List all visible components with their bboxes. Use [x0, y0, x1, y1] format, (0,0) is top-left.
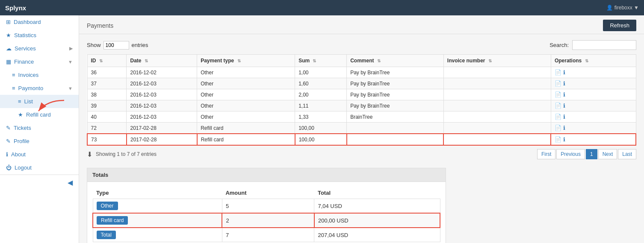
sidebar-item-label: Dashboard [14, 19, 41, 25]
cell-date: 2016-12-03 [127, 111, 197, 123]
app-title: Splynx [5, 4, 26, 12]
sidebar-item-refill-card[interactable]: ★ Refill card [0, 108, 79, 121]
cell-sum: 100,00 [295, 134, 347, 145]
sidebar-item-invoices[interactable]: ≡ Invoices [0, 68, 79, 82]
cell-sum: 2,00 [295, 89, 347, 100]
sidebar-item-payments[interactable]: ≡ Paymonto ▼ [0, 82, 79, 95]
sort-icon-ops[interactable]: ⇅ [585, 59, 588, 63]
sort-icon-sum[interactable]: ⇅ [313, 59, 316, 63]
cell-operations: 📄 ℹ [551, 111, 636, 123]
sidebar-item-label: Paymonto [18, 85, 44, 91]
page-btn-previous[interactable]: Previous [556, 149, 585, 159]
sidebar-item-label: Statistics [14, 32, 36, 38]
cell-invoice [443, 78, 551, 89]
sidebar-item-finance[interactable]: ▦ Finance ▼ [0, 55, 79, 68]
cell-invoice [443, 134, 551, 145]
sort-icon-invoice[interactable]: ⇅ [488, 59, 492, 63]
page-btn-1[interactable]: 1 [586, 149, 597, 159]
cell-id: 37 [87, 78, 127, 89]
cell-sum: 1,00 [295, 67, 347, 78]
invoices-icon: ≡ [12, 72, 15, 78]
info-icon[interactable]: ℹ [563, 69, 565, 76]
totals-cell-amount: 2 [222, 213, 314, 228]
sidebar-item-services[interactable]: ☁ Services ▶ [0, 42, 79, 55]
cell-id: 72 [87, 123, 127, 134]
info-icon[interactable]: ℹ [563, 114, 565, 120]
info-icon[interactable]: ℹ [563, 125, 565, 131]
info-icon[interactable]: ℹ [563, 136, 565, 143]
sort-icon-type[interactable]: ⇅ [237, 59, 241, 63]
table-row: 40 2016-12-03 Other 1,33 BrainTree 📄 ℹ [87, 111, 636, 123]
table-row: 72 2017-02-28 Refill card 100,00 📄 ℹ [87, 123, 636, 134]
cell-id: 38 [87, 89, 127, 100]
show-label: Show [87, 42, 101, 48]
document-icon[interactable]: 📄 [555, 102, 561, 109]
sidebar-item-label: About [11, 151, 26, 158]
cell-id: 39 [87, 100, 127, 111]
document-icon[interactable]: 📄 [555, 91, 561, 98]
document-icon[interactable]: 📄 [555, 80, 561, 87]
cell-id: 40 [87, 111, 127, 123]
refresh-button[interactable]: Refresh [603, 20, 636, 31]
totals-cell-type: Refill card [93, 213, 222, 228]
cell-id: 73 [87, 134, 127, 145]
sidebar-item-label: Refill card [26, 111, 51, 118]
cell-operations: 📄 ℹ [551, 123, 636, 134]
cell-payment-type: Other [197, 89, 295, 100]
type-badge: Total [97, 231, 116, 239]
document-icon[interactable]: 📄 [555, 114, 561, 120]
sort-icon-comment[interactable]: ⇅ [377, 59, 381, 63]
sort-icon-date[interactable]: ⇅ [145, 59, 148, 63]
dashboard-icon: ⊞ [6, 19, 11, 25]
cell-operations: 📄 ℹ [551, 100, 636, 111]
sidebar-item-list[interactable]: ≡ List [0, 95, 79, 108]
document-icon[interactable]: 📄 [555, 136, 561, 143]
cell-date: 2016-12-03 [127, 89, 197, 100]
user-menu[interactable]: 👤 fireboxx ▼ [606, 5, 639, 11]
info-icon[interactable]: ℹ [563, 102, 565, 109]
sidebar-item-profile[interactable]: ✎ Profile [0, 135, 79, 148]
col-id: ID ⇅ [87, 55, 127, 67]
chevron-down-icon: ▼ [68, 59, 73, 64]
info-icon[interactable]: ℹ [563, 91, 565, 98]
sidebar: ⊞ Dashboard ★ Statistics ☁ Services ▶ ▦ … [0, 15, 79, 243]
sidebar-item-tickets[interactable]: ✎ Tickets [0, 121, 79, 135]
page-btn-next[interactable]: Next [598, 149, 617, 159]
table-row: 73 2017-02-28 Refill card 100,00 📄 ℹ [87, 134, 636, 145]
document-icon[interactable]: 📄 [555, 125, 561, 131]
page-btn-first[interactable]: First [537, 149, 555, 159]
chevron-down-icon2: ▼ [68, 86, 73, 91]
sidebar-collapse-button[interactable]: ◀ [68, 179, 73, 187]
document-icon[interactable]: 📄 [555, 69, 561, 76]
totals-section: Totals Type Amount Total Other [87, 168, 446, 243]
page-btn-last[interactable]: Last [618, 149, 636, 159]
totals-cell-total: 200,00 USD [314, 213, 440, 228]
sidebar-item-dashboard[interactable]: ⊞ Dashboard [0, 15, 79, 29]
search-input[interactable] [572, 40, 636, 50]
showing-text: Showing 1 to 7 of 7 entries [96, 151, 157, 157]
sidebar-item-label: Profile [14, 138, 30, 144]
user-icon: 👤 [606, 5, 613, 11]
cell-sum: 1,11 [295, 100, 347, 111]
cell-payment-type: Other [197, 111, 295, 123]
cell-payment-type: Refill card [197, 123, 295, 134]
table-row: 36 2016-12-02 Other 1,00 Pay by BrainTre… [87, 67, 636, 78]
table-toolbar: Show entries Search: [87, 40, 636, 50]
profile-icon: ✎ [6, 138, 11, 144]
chevron-right-icon: ▶ [69, 46, 73, 51]
entries-label: entries [132, 42, 148, 48]
sort-icon-id[interactable]: ⇅ [99, 59, 103, 63]
finance-icon: ▦ [6, 59, 11, 65]
cell-invoice [443, 89, 551, 100]
sidebar-item-statistics[interactable]: ★ Statistics [0, 29, 79, 42]
sidebar-item-logout[interactable]: ⏻ Logout [0, 161, 79, 174]
sidebar-item-about[interactable]: ℹ About [0, 148, 79, 161]
totals-cell-total: 7,04 USD [314, 199, 440, 214]
info-icon[interactable]: ℹ [563, 80, 565, 87]
type-badge: Refill card [97, 216, 128, 225]
totals-row: Other 5 7,04 USD [93, 199, 440, 214]
entries-input[interactable] [103, 41, 129, 50]
cell-sum: 1,60 [295, 78, 347, 89]
export-icon[interactable]: ⬇ [87, 150, 92, 158]
payments-table: ID ⇅ Date ⇅ Payment type ⇅ Sum ⇅ Comment… [87, 54, 636, 146]
